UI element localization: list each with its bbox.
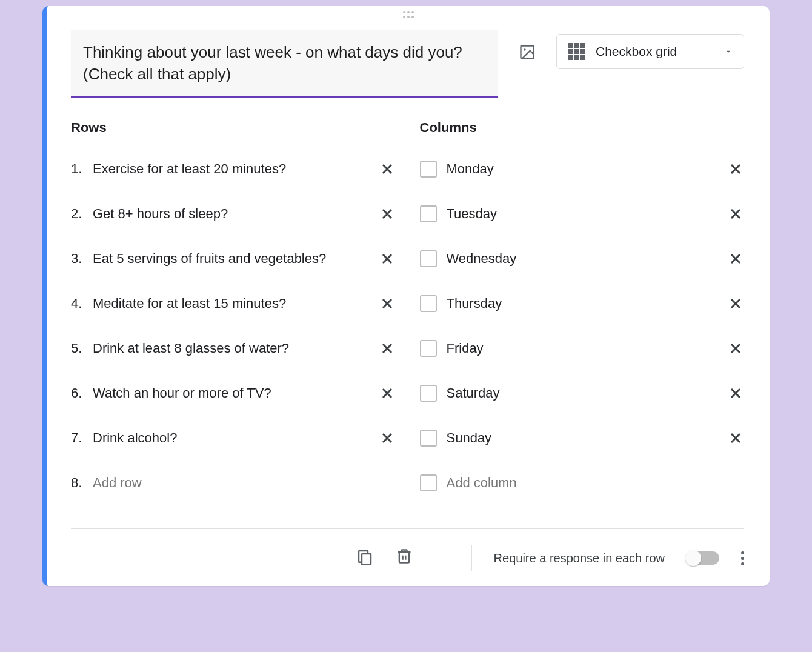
require-response-toggle[interactable] [687, 551, 719, 565]
add-column-item[interactable]: Add column [420, 465, 745, 501]
row-text[interactable]: Get 8+ hours of sleep? [93, 206, 369, 222]
column-text[interactable]: Sunday [447, 430, 718, 446]
add-column-placeholder: Add column [447, 475, 745, 491]
column-text[interactable]: Friday [447, 341, 718, 356]
question-card: Thinking about your last week - on what … [42, 6, 770, 586]
column-text[interactable]: Tuesday [447, 206, 718, 222]
columns-column: Columns Monday Tuesday Wednesday Thursda… [420, 120, 745, 510]
row-number: 3. [71, 251, 83, 267]
remove-column-button[interactable] [727, 340, 744, 357]
row-item[interactable]: 5. Drink at least 8 glasses of water? [71, 331, 396, 366]
column-item[interactable]: Monday [420, 151, 745, 187]
row-number: 1. [71, 161, 83, 177]
trash-icon [396, 548, 413, 565]
duplicate-button[interactable] [356, 548, 374, 568]
row-text[interactable]: Drink at least 8 glasses of water? [93, 341, 369, 356]
question-text-input[interactable]: Thinking about your last week - on what … [71, 30, 498, 98]
row-item[interactable]: 3. Eat 5 servings of fruits and vegetabl… [71, 241, 396, 276]
remove-column-button[interactable] [727, 385, 744, 402]
remove-column-button[interactable] [727, 250, 744, 267]
column-item[interactable]: Wednesday [420, 241, 745, 276]
row-item[interactable]: 6. Watch an hour or more of TV? [71, 376, 396, 411]
row-number: 7. [71, 430, 83, 446]
column-item[interactable]: Tuesday [420, 196, 745, 231]
columns-header: Columns [420, 120, 745, 136]
column-item[interactable]: Saturday [420, 376, 745, 411]
remove-column-button[interactable] [727, 295, 744, 312]
question-footer: Require a response in each row [71, 528, 744, 571]
checkbox-grid-icon [568, 43, 585, 60]
column-item[interactable]: Sunday [420, 421, 745, 456]
remove-column-button[interactable] [727, 161, 744, 178]
checkbox-icon [420, 474, 437, 491]
divider [471, 545, 472, 571]
delete-button[interactable] [396, 548, 413, 568]
rows-column: Rows 1. Exercise for at least 20 minutes… [71, 120, 396, 510]
rows-header: Rows [71, 120, 396, 136]
row-text[interactable]: Exercise for at least 20 minutes? [93, 161, 369, 177]
row-number: 8. [71, 475, 83, 491]
row-number: 2. [71, 206, 83, 222]
remove-row-button[interactable] [379, 295, 396, 312]
checkbox-icon [420, 385, 437, 402]
require-response-label: Require a response in each row [494, 551, 665, 565]
question-type-select[interactable]: Checkbox grid [556, 34, 744, 69]
remove-row-button[interactable] [379, 205, 396, 222]
row-text[interactable]: Meditate for at least 15 minutes? [93, 296, 369, 311]
row-text[interactable]: Eat 5 servings of fruits and vegetables? [93, 251, 369, 267]
copy-icon [356, 548, 374, 566]
svg-rect-2 [362, 554, 371, 565]
row-item[interactable]: 2. Get 8+ hours of sleep? [71, 196, 396, 231]
row-item[interactable]: 1. Exercise for at least 20 minutes? [71, 151, 396, 187]
chevron-down-icon [724, 47, 733, 56]
checkbox-icon [420, 295, 437, 312]
drag-handle-icon[interactable] [401, 11, 416, 18]
column-text[interactable]: Wednesday [447, 251, 718, 267]
remove-row-button[interactable] [379, 161, 396, 178]
column-text[interactable]: Monday [447, 161, 718, 177]
checkbox-icon [420, 205, 437, 222]
row-text[interactable]: Drink alcohol? [93, 430, 369, 446]
question-header: Thinking about your last week - on what … [71, 30, 744, 98]
remove-row-button[interactable] [379, 385, 396, 402]
row-number: 4. [71, 296, 83, 311]
column-text[interactable]: Saturday [447, 385, 718, 401]
column-item[interactable]: Friday [420, 331, 745, 366]
svg-point-1 [524, 48, 526, 51]
row-text[interactable]: Watch an hour or more of TV? [93, 385, 369, 401]
remove-column-button[interactable] [727, 430, 744, 447]
checkbox-icon [420, 161, 437, 178]
checkbox-icon [420, 430, 437, 447]
remove-row-button[interactable] [379, 430, 396, 447]
remove-column-button[interactable] [727, 205, 744, 222]
checkbox-icon [420, 340, 437, 357]
column-text[interactable]: Thursday [447, 296, 718, 311]
column-item[interactable]: Thursday [420, 286, 745, 321]
row-number: 5. [71, 341, 83, 356]
remove-row-button[interactable] [379, 250, 396, 267]
grid-editor: Rows 1. Exercise for at least 20 minutes… [71, 120, 744, 510]
add-row-placeholder: Add row [93, 475, 396, 491]
remove-row-button[interactable] [379, 340, 396, 357]
add-row-item[interactable]: 8. Add row [71, 465, 396, 501]
more-options-button[interactable] [741, 551, 744, 565]
image-icon [519, 44, 536, 61]
row-item[interactable]: 4. Meditate for at least 15 minutes? [71, 286, 396, 321]
row-number: 6. [71, 385, 83, 401]
checkbox-icon [420, 250, 437, 267]
row-item[interactable]: 7. Drink alcohol? [71, 421, 396, 456]
add-image-button[interactable] [513, 38, 542, 67]
question-type-label: Checkbox grid [596, 44, 713, 59]
